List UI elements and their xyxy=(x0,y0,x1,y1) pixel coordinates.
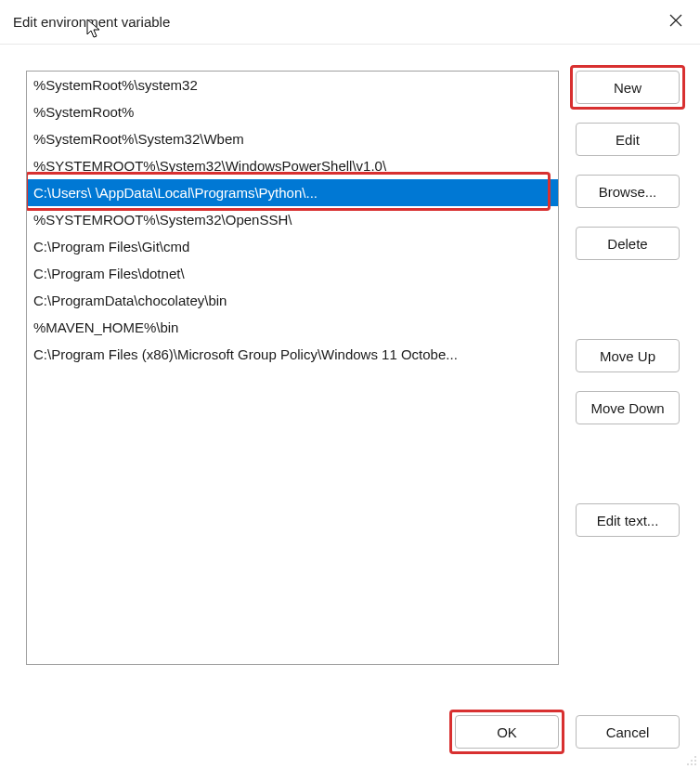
footer-buttons: OK Cancel xyxy=(455,715,680,749)
new-button[interactable]: New xyxy=(576,71,680,104)
dialog-content: %SystemRoot%\system32 %SystemRoot% %Syst… xyxy=(0,45,700,769)
svg-point-3 xyxy=(687,763,689,765)
svg-point-4 xyxy=(691,763,693,765)
svg-point-1 xyxy=(691,760,693,762)
browse-button[interactable]: Browse... xyxy=(576,175,680,208)
list-item[interactable]: C:\Program Files\dotnet\ xyxy=(27,260,558,287)
list-item[interactable]: %MAVEN_HOME%\bin xyxy=(27,314,558,341)
cancel-button[interactable]: Cancel xyxy=(576,715,680,749)
titlebar: Edit environment variable xyxy=(0,0,700,45)
list-item[interactable]: %SystemRoot%\system32 xyxy=(27,72,558,98)
list-item[interactable]: C:\Program Files\Git\cmd xyxy=(27,233,558,260)
list-item[interactable]: %SystemRoot%\System32\Wbem xyxy=(27,125,558,152)
edit-text-button[interactable]: Edit text... xyxy=(576,503,680,537)
svg-point-2 xyxy=(694,760,696,762)
window-title: Edit environment variable xyxy=(13,14,170,30)
list-item-selected[interactable]: C:\Users\ \AppData\Local\Programs\Python… xyxy=(27,179,558,206)
list-item[interactable]: %SYSTEMROOT%\System32\WindowsPowerShell\… xyxy=(27,152,558,179)
list-item[interactable]: %SystemRoot% xyxy=(27,98,558,125)
delete-button[interactable]: Delete xyxy=(576,227,680,260)
path-listbox[interactable]: %SystemRoot%\system32 %SystemRoot% %Syst… xyxy=(26,71,559,665)
svg-point-0 xyxy=(694,756,696,758)
move-down-button[interactable]: Move Down xyxy=(576,391,680,424)
ok-button[interactable]: OK xyxy=(455,715,559,749)
list-item[interactable]: %SYSTEMROOT%\System32\OpenSSH\ xyxy=(27,206,558,233)
svg-point-5 xyxy=(694,763,696,765)
close-button[interactable] xyxy=(654,0,698,45)
resize-grip-icon[interactable] xyxy=(684,753,697,766)
list-item[interactable]: C:\Program Files (x86)\Microsoft Group P… xyxy=(27,341,558,368)
move-up-button[interactable]: Move Up xyxy=(576,339,680,372)
button-column: New Edit Browse... Delete Move Up Move D… xyxy=(576,71,680,665)
list-item[interactable]: C:\ProgramData\chocolatey\bin xyxy=(27,287,558,314)
edit-button[interactable]: Edit xyxy=(576,123,680,156)
close-icon xyxy=(669,14,682,30)
